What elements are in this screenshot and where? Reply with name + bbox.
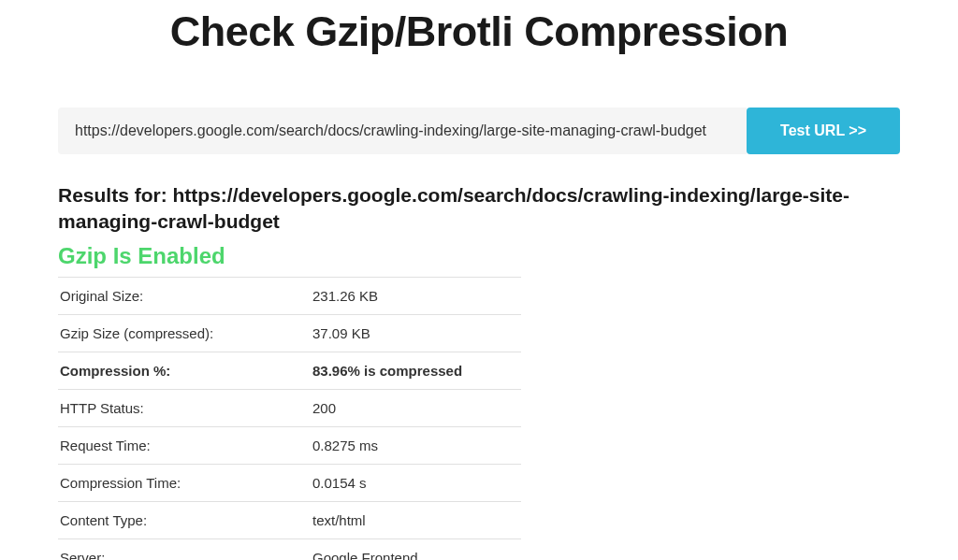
page-title: Check Gzip/Brotli Compression	[58, 7, 900, 56]
results-heading-prefix: Results for:	[58, 184, 173, 206]
result-label: Server:	[58, 538, 311, 560]
table-row: Original Size:231.26 KB	[58, 277, 521, 314]
table-row: Content Type:text/html	[58, 501, 521, 538]
result-value: 37.09 KB	[311, 314, 521, 352]
table-row: Server:Google Frontend	[58, 538, 521, 560]
result-label: Content Type:	[58, 501, 311, 538]
result-value: 0.8275 ms	[311, 426, 521, 464]
table-row: Gzip Size (compressed):37.09 KB	[58, 314, 521, 352]
gzip-status: Gzip Is Enabled	[58, 243, 900, 269]
result-label: Original Size:	[58, 277, 311, 314]
result-value: text/html	[311, 501, 521, 538]
results-table: Original Size:231.26 KBGzip Size (compre…	[58, 277, 521, 560]
url-input-row: Test URL >>	[58, 108, 900, 154]
test-url-button[interactable]: Test URL >>	[747, 108, 900, 154]
result-value: 83.96% is compressed	[311, 352, 521, 389]
result-value: 231.26 KB	[311, 277, 521, 314]
result-label: Compression %:	[58, 352, 311, 389]
table-row: Compression Time:0.0154 s	[58, 464, 521, 501]
results-url: https://developers.google.com/search/doc…	[58, 184, 849, 232]
url-input[interactable]	[58, 108, 747, 154]
table-row: Compression %:83.96% is compressed	[58, 352, 521, 389]
result-label: Compression Time:	[58, 464, 311, 501]
result-label: HTTP Status:	[58, 389, 311, 426]
result-value: 0.0154 s	[311, 464, 521, 501]
table-row: HTTP Status:200	[58, 389, 521, 426]
result-label: Request Time:	[58, 426, 311, 464]
result-value: Google Frontend	[311, 538, 521, 560]
table-row: Request Time:0.8275 ms	[58, 426, 521, 464]
results-heading: Results for: https://developers.google.c…	[58, 182, 900, 236]
result-label: Gzip Size (compressed):	[58, 314, 311, 352]
result-value: 200	[311, 389, 521, 426]
